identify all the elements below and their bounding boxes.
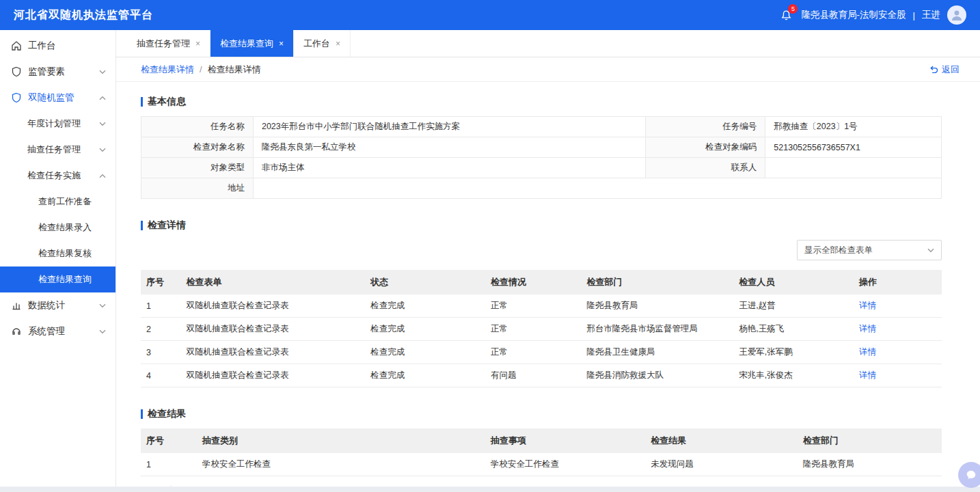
field-value: 2023年邢台市中小学部门联合随机抽查工作实施方案 bbox=[253, 117, 645, 137]
chart-icon bbox=[11, 300, 22, 311]
table-row: 对象类型 非市场主体 联系人 bbox=[141, 158, 942, 178]
shield-icon bbox=[11, 66, 22, 77]
chevron-down-icon bbox=[99, 70, 106, 74]
field-value: 5213052556736557X1 bbox=[765, 137, 942, 158]
table-row: 4 双随机抽查联合检查记录表 检查完成 有问题 隆尧县消防救援大队 宋兆丰,张俊… bbox=[141, 364, 942, 387]
table-row: 3 双随机抽查联合检查记录表 检查完成 正常 隆尧县卫生健康局 王爱军,张军鹏 … bbox=[141, 341, 942, 364]
header-separator: | bbox=[912, 10, 915, 20]
sidebar-item-result-entry[interactable]: 检查结果录入 bbox=[0, 215, 115, 241]
sidebar-item-label: 年度计划管理 bbox=[27, 118, 81, 130]
field-value: 邢教抽查〔2023〕1号 bbox=[765, 117, 942, 137]
cell-staff: 王爱军,张军鹏 bbox=[733, 341, 854, 364]
cell-no: 1 bbox=[141, 295, 181, 318]
chevron-down-icon bbox=[99, 303, 106, 308]
detail-link[interactable]: 详情 bbox=[859, 347, 876, 357]
field-label: 检查对象编码 bbox=[645, 137, 765, 158]
field-label: 任务编号 bbox=[645, 117, 765, 137]
close-icon[interactable]: × bbox=[279, 39, 284, 49]
shield-icon bbox=[11, 92, 22, 103]
table-header-row: 序号 抽查类别 抽查事项 检查结果 检查部门 bbox=[141, 428, 942, 453]
sidebar-item-label: 检查结果查询 bbox=[38, 273, 92, 286]
column-header: 检查情况 bbox=[485, 270, 582, 295]
cell-no: 2 bbox=[141, 318, 181, 341]
field-value bbox=[253, 178, 941, 199]
sidebar-item-label: 数据统计 bbox=[28, 299, 65, 312]
user-name[interactable]: 王进 bbox=[922, 9, 940, 21]
notification-badge: 5 bbox=[788, 4, 798, 14]
table-header-row: 序号 检查表单 状态 检查情况 检查部门 检查人员 操作 bbox=[141, 270, 942, 295]
sidebar-item-result-query[interactable]: 检查结果查询 bbox=[0, 266, 115, 292]
scroll-area[interactable]: 基本信息 任务名称 2023年邢台市中小学部门联合随机抽查工作实施方案 任务编号… bbox=[116, 82, 980, 487]
tab-label: 检查结果查询 bbox=[220, 38, 273, 50]
close-icon[interactable]: × bbox=[336, 39, 340, 49]
chat-assistant-button[interactable] bbox=[958, 462, 980, 488]
org-name: 隆尧县教育局-法制安全股 bbox=[801, 9, 906, 21]
sidebar-item-double-random[interactable]: 双随机监管 bbox=[0, 85, 115, 111]
basic-info-table: 任务名称 2023年邢台市中小学部门联合随机抽查工作实施方案 任务编号 邢教抽查… bbox=[141, 116, 942, 199]
tab-workbench[interactable]: 工作台 × bbox=[294, 30, 351, 57]
sidebar-item-annual-plan[interactable]: 年度计划管理 bbox=[0, 111, 115, 137]
section-title-bar bbox=[141, 221, 143, 230]
chevron-up-icon bbox=[99, 96, 106, 100]
cell-form: 双随机抽查联合检查记录表 bbox=[181, 364, 366, 387]
detail-link[interactable]: 详情 bbox=[859, 370, 876, 380]
column-header: 检查人员 bbox=[733, 270, 854, 295]
check-detail-table: 序号 检查表单 状态 检查情况 检查部门 检查人员 操作 1 双随机抽查联合检查… bbox=[141, 270, 942, 387]
headset-icon bbox=[11, 326, 22, 337]
cell-category: 学校安全工作检查 bbox=[197, 453, 485, 476]
cell-form: 双随机抽查联合检查记录表 bbox=[181, 295, 366, 318]
sidebar-item-label: 检查结果录入 bbox=[38, 221, 92, 234]
sidebar-item-pre-check-prep[interactable]: 查前工作准备 bbox=[0, 189, 115, 215]
home-icon bbox=[11, 40, 22, 51]
cell-dept: 隆尧县教育局 bbox=[798, 453, 942, 476]
column-header: 操作 bbox=[854, 270, 942, 295]
breadcrumb-parent[interactable]: 检查结果详情 bbox=[141, 64, 194, 76]
chevron-down-icon bbox=[99, 122, 106, 126]
tab-result-query[interactable]: 检查结果查询 × bbox=[210, 30, 294, 57]
sidebar-item-label: 监管要素 bbox=[28, 66, 65, 78]
undo-icon bbox=[929, 65, 938, 74]
sidebar-item-label: 工作台 bbox=[28, 40, 56, 52]
table-row: 检查对象名称 隆尧县东良第一私立学校 检查对象编码 52130525567365… bbox=[141, 137, 942, 158]
section-title-check-detail-2: 检查详情 bbox=[141, 486, 942, 487]
sidebar-item-label: 检查任务实施 bbox=[27, 169, 81, 182]
sidebar-item-check-task-impl[interactable]: 检查任务实施 bbox=[0, 163, 115, 189]
sidebar-item-result-review[interactable]: 检查结果复核 bbox=[0, 241, 115, 266]
section-title-bar bbox=[141, 409, 143, 419]
field-label: 对象类型 bbox=[141, 158, 254, 178]
content-panel: 检查结果详情 / 检查结果详情 返回 基本信息 bbox=[116, 57, 980, 487]
close-icon[interactable]: × bbox=[195, 39, 200, 49]
sidebar-item-label: 检查结果复核 bbox=[38, 247, 92, 260]
field-label: 检查对象名称 bbox=[141, 137, 254, 158]
breadcrumb: 检查结果详情 / 检查结果详情 返回 bbox=[116, 57, 980, 82]
table-row: 1 学校安全工作检查 学校安全工作检查 未发现问题 隆尧县教育局 bbox=[141, 453, 942, 476]
field-value: 隆尧县东良第一私立学校 bbox=[253, 137, 645, 158]
table-row: 1 双随机抽查联合检查记录表 检查完成 正常 隆尧县教育局 王进,赵普 详情 bbox=[141, 295, 942, 318]
cell-form: 双随机抽查联合检查记录表 bbox=[181, 341, 366, 364]
column-header: 检查部门 bbox=[798, 428, 942, 453]
form-filter-select[interactable]: 显示全部检查表单 bbox=[797, 240, 942, 260]
sidebar-item-spot-check-task[interactable]: 抽查任务管理 bbox=[0, 137, 115, 163]
sidebar-item-supervision-elements[interactable]: 监管要素 bbox=[0, 59, 115, 85]
app-title: 河北省双随机执法监管平台 bbox=[14, 8, 153, 23]
column-header: 序号 bbox=[141, 428, 197, 453]
section-title-basic-info: 基本信息 bbox=[141, 96, 942, 108]
cell-dept: 隆尧县卫生健康局 bbox=[582, 341, 734, 364]
detail-link[interactable]: 详情 bbox=[859, 324, 876, 333]
column-header: 检查表单 bbox=[181, 270, 366, 295]
table-row: 任务名称 2023年邢台市中小学部门联合随机抽查工作实施方案 任务编号 邢教抽查… bbox=[141, 117, 942, 137]
tab-label: 抽查任务管理 bbox=[137, 38, 190, 50]
check-result-table: 序号 抽查类别 抽查事项 检查结果 检查部门 1 学校安全工作检查 学校安全工作… bbox=[141, 428, 942, 476]
sidebar-item-system-mgmt[interactable]: 系统管理 bbox=[0, 318, 115, 344]
notification-bell-icon[interactable]: 5 bbox=[778, 7, 794, 23]
detail-link[interactable]: 详情 bbox=[859, 301, 876, 310]
column-header: 序号 bbox=[141, 270, 181, 295]
cell-result: 未发现问题 bbox=[645, 453, 798, 476]
sidebar-item-data-stats[interactable]: 数据统计 bbox=[0, 292, 115, 318]
return-link[interactable]: 返回 bbox=[929, 64, 959, 76]
field-value: 非市场主体 bbox=[253, 158, 645, 178]
sidebar-item-workbench[interactable]: 工作台 bbox=[0, 33, 115, 59]
breadcrumb-current: 检查结果详情 bbox=[208, 64, 261, 76]
tab-spot-check-task[interactable]: 抽查任务管理 × bbox=[127, 30, 210, 57]
avatar[interactable] bbox=[947, 5, 966, 25]
